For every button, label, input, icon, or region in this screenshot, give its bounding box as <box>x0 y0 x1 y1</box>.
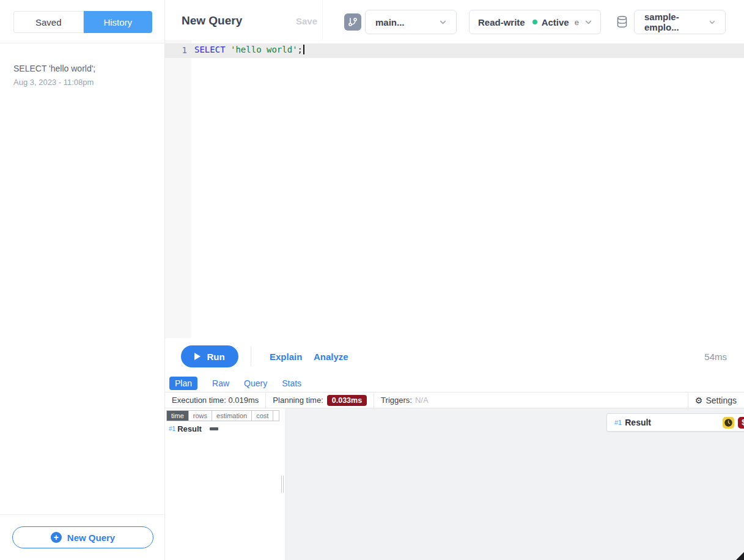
page-title: New Query <box>182 14 242 28</box>
endpoint-suffix: e <box>575 18 579 27</box>
settings-label: Settings <box>705 396 737 405</box>
endpoint-status: Active <box>542 17 569 28</box>
metric-column-estimation[interactable]: estimation <box>212 410 252 421</box>
history-timestamp: Aug 3, 2023 - 11:08pm <box>13 78 154 87</box>
analyze-button[interactable]: Analyze <box>314 352 348 362</box>
clock-icon <box>724 418 733 427</box>
node-index: #1 <box>614 419 622 426</box>
splitter-grip <box>283 476 284 493</box>
plan-stats-bar: Execution time: 0.019ms Planning time: 0… <box>165 392 744 408</box>
branch-select[interactable]: main... <box>365 10 457 34</box>
metric-column-stub <box>273 410 279 421</box>
endpoint-mode: Read-write <box>478 17 525 28</box>
node-name: Result <box>177 424 202 433</box>
splitter-grip <box>281 476 282 493</box>
node-index: #1 <box>169 426 175 432</box>
plus-icon: + <box>51 532 62 543</box>
metric-column-cost[interactable]: cost <box>252 410 273 421</box>
sidebar-divider <box>0 514 165 515</box>
settings-button[interactable]: ⚙ Settings <box>681 392 744 408</box>
sql-punct: ; <box>298 45 303 54</box>
branch-select-value: main... <box>375 17 405 28</box>
tab-stats[interactable]: Stats <box>282 378 301 388</box>
header-divider <box>322 0 323 40</box>
tab-saved[interactable]: Saved <box>13 11 84 33</box>
plan-tree-pane: time rows estimation cost #1 Result <box>165 408 280 560</box>
node-name: Result <box>625 418 651 427</box>
planning-time-label: Planning time: <box>273 396 323 405</box>
plan-tree-node[interactable]: #1 Result <box>169 424 218 433</box>
database-select-value: sample-emplo... <box>644 12 708 32</box>
toolbar-divider <box>251 347 251 366</box>
plan-node-card[interactable]: #1 Result $ <box>606 413 744 432</box>
pane-splitter[interactable] <box>280 408 285 560</box>
code-line[interactable]: SELECT 'hello world'; <box>194 45 304 54</box>
endpoint-select[interactable]: Read-write Active e <box>469 10 601 34</box>
metric-column-time[interactable]: time <box>166 410 189 421</box>
resize-handle-icon[interactable] <box>736 552 744 560</box>
run-toolbar: Run Explain Analyze 54ms <box>165 338 744 375</box>
chevron-down-icon <box>584 18 593 27</box>
sql-string: 'hello world' <box>230 45 298 54</box>
sql-keyword: SELECT <box>194 45 226 54</box>
slow-node-badge <box>723 417 734 429</box>
result-tabs: Plan Raw Query Stats <box>165 375 744 392</box>
chevron-down-icon <box>438 18 448 27</box>
plan-metric-columns: time rows estimation cost <box>166 410 279 421</box>
new-query-label: New Query <box>67 532 115 543</box>
run-button[interactable]: Run <box>181 345 238 367</box>
play-icon <box>194 353 201 360</box>
history-sidebar: Saved History SELECT 'hello world'; Aug … <box>0 0 165 560</box>
triggers-value: N/A <box>415 396 429 405</box>
chevron-down-icon <box>708 18 716 27</box>
new-query-button[interactable]: + New Query <box>12 526 153 548</box>
history-list-item[interactable]: SELECT 'hello world'; Aug 3, 2023 - 11:0… <box>13 62 154 87</box>
stats-divider <box>374 392 374 408</box>
database-icon <box>616 15 628 28</box>
costly-node-badge: $ <box>738 417 744 429</box>
tab-history[interactable]: History <box>84 11 153 33</box>
metric-column-rows[interactable]: rows <box>189 410 212 421</box>
triggers-label: Triggers: <box>381 396 412 405</box>
text-cursor <box>303 45 304 54</box>
line-number: 1 <box>165 45 187 55</box>
query-header: New Query Save main... Read-write Active… <box>165 0 744 40</box>
sidebar-divider <box>0 43 165 43</box>
branch-icon-button[interactable] <box>344 13 361 31</box>
status-dot-icon <box>532 20 537 24</box>
sql-editor[interactable]: 1 SELECT 'hello world'; <box>165 40 744 338</box>
gear-icon: ⚙ <box>695 396 703 405</box>
tab-query[interactable]: Query <box>244 378 267 388</box>
explain-button[interactable]: Explain <box>270 352 302 362</box>
query-duration: 54ms <box>704 352 727 362</box>
saved-history-toggle: Saved History <box>13 11 152 33</box>
run-label: Run <box>207 352 224 362</box>
editor-gutter <box>165 40 191 338</box>
stats-divider <box>688 392 688 408</box>
database-select[interactable]: sample-emplo... <box>634 10 726 34</box>
tab-plan[interactable]: Plan <box>169 377 197 390</box>
save-button[interactable]: Save <box>296 16 317 26</box>
planning-time-badge: 0.033ms <box>327 395 367 406</box>
code-space <box>226 45 230 54</box>
history-query-text: SELECT 'hello world'; <box>13 62 154 75</box>
execution-time: Execution time: 0.019ms <box>172 396 259 405</box>
stats-divider <box>265 392 266 408</box>
plan-panel: time rows estimation cost #1 Result #1 R… <box>165 408 744 560</box>
plan-canvas[interactable]: #1 Result $ <box>285 408 744 560</box>
git-branch-icon <box>348 17 358 27</box>
node-duration-bar <box>210 427 218 430</box>
tab-raw[interactable]: Raw <box>212 378 229 388</box>
